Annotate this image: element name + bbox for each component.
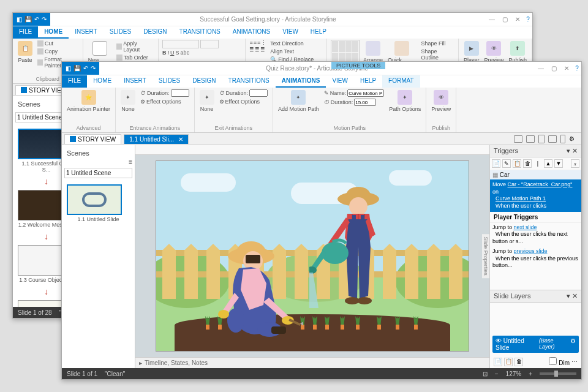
zoom-slider[interactable]: [540, 372, 576, 375]
player-button[interactable]: ▶Player: [462, 40, 481, 64]
tab-order-button[interactable]: Tab Order: [115, 54, 154, 61]
close-button[interactable]: ✕: [511, 14, 524, 25]
tab-design[interactable]: DESIGN: [186, 75, 222, 88]
expand-icon[interactable]: ▸: [139, 360, 142, 366]
apply-layout-button[interactable]: Apply Layout: [115, 40, 154, 53]
device-tablet-portrait-icon[interactable]: [538, 135, 545, 143]
device-tablet-landscape-icon[interactable]: [526, 135, 535, 143]
paste-button[interactable]: 📋Paste: [17, 40, 34, 64]
tab-animations[interactable]: ANIMATIONS: [227, 26, 276, 39]
add-layer-icon[interactable]: 📄: [494, 358, 502, 366]
slide-canvas[interactable]: [156, 161, 469, 351]
animation-painter-button[interactable]: ⭐Animation Painter: [66, 89, 111, 113]
add-trigger-icon[interactable]: 📄: [492, 159, 500, 168]
scene-selector[interactable]: [64, 168, 132, 178]
timeline-bar[interactable]: ▸ Timeline, States, Notes: [135, 357, 489, 368]
minimize-button[interactable]: —: [535, 63, 547, 74]
arrange-button[interactable]: Arrange: [362, 40, 384, 64]
svg-rect-19: [349, 219, 368, 244]
tab-transitions[interactable]: TRANSITIONS: [173, 26, 227, 39]
align-text-button[interactable]: Align Text: [269, 48, 315, 55]
undo-icon[interactable]: ↶: [83, 65, 88, 72]
tab-help[interactable]: HELP: [304, 26, 333, 39]
tab-home[interactable]: HOME: [38, 26, 69, 39]
delete-layer-icon[interactable]: 🗑: [514, 358, 523, 366]
tab-home[interactable]: HOME: [87, 75, 118, 88]
shape-outline-button[interactable]: Shape Outline: [420, 48, 454, 61]
help-icon[interactable]: ?: [573, 65, 581, 72]
undo-icon[interactable]: ↶: [34, 16, 39, 23]
gear-icon[interactable]: ⚙: [569, 135, 578, 143]
path-duration-input[interactable]: [354, 99, 376, 106]
preview-button[interactable]: 👁Preview: [430, 89, 452, 113]
cut-button[interactable]: Cut: [36, 40, 79, 47]
help-icon[interactable]: ?: [524, 16, 532, 23]
trigger-action-selected[interactable]: Move Car - "Racetrack_Car.png" on Curve …: [490, 179, 581, 212]
tab-slides[interactable]: SLIDES: [153, 75, 187, 88]
duplicate-layer-icon[interactable]: 📋: [504, 358, 513, 366]
move-up-icon[interactable]: ▲: [544, 159, 552, 168]
text-direction-button[interactable]: Text Direction: [269, 40, 315, 47]
copy-trigger-icon[interactable]: 📋: [513, 159, 521, 168]
tab-file[interactable]: FILE: [13, 26, 38, 39]
path-options-button[interactable]: ✦Path Options: [388, 89, 422, 113]
exit-none-button[interactable]: ✦None: [198, 89, 216, 113]
slide-properties-tab[interactable]: Slide Properties: [482, 234, 489, 278]
path-name-input[interactable]: [347, 89, 384, 97]
publish-button[interactable]: ⬆Publish: [507, 40, 528, 64]
redo-icon[interactable]: ↷: [42, 16, 47, 23]
delete-trigger-icon[interactable]: 🗑: [523, 159, 532, 168]
save-icon[interactable]: 💾: [74, 65, 81, 72]
copy-button[interactable]: Copy: [36, 48, 79, 55]
maximize-button[interactable]: ▢: [499, 14, 511, 25]
save-icon[interactable]: 💾: [24, 16, 32, 23]
fit-icon[interactable]: ⊡: [483, 371, 488, 377]
edit-trigger-icon[interactable]: ✎: [502, 159, 511, 168]
base-layer-row[interactable]: 👁 Untitled Slide (Base Layer) ⚙: [492, 336, 579, 353]
trigger-object-row[interactable]: ▦ Car: [490, 170, 581, 179]
entrance-duration-input[interactable]: [171, 89, 189, 97]
window-title-front: Quiz Race.story* - Articulate Storyline: [99, 65, 535, 72]
tab-insert[interactable]: INSERT: [118, 75, 153, 88]
slide-tab[interactable]: 1.1 Untitled Sli...✕: [124, 134, 189, 144]
trigger-jump-next[interactable]: Jump to next slide When the user clicks …: [490, 223, 581, 247]
slide-thumb[interactable]: 1.1 Untitled Slide: [67, 184, 130, 222]
dim-checkbox[interactable]: [549, 357, 557, 365]
minimize-button[interactable]: —: [486, 14, 498, 25]
exit-effect-options[interactable]: ⚙Effect Options: [218, 98, 270, 105]
tab-format[interactable]: FORMAT: [382, 75, 420, 88]
layer-menu-icon[interactable]: ⋯: [571, 358, 578, 365]
shapes-gallery[interactable]: [331, 40, 360, 64]
tab-insert[interactable]: INSERT: [69, 26, 104, 39]
move-down-icon[interactable]: ▼: [554, 159, 563, 168]
device-phone-portrait-icon[interactable]: [560, 135, 565, 143]
panel-menu-icon[interactable]: ≡: [129, 159, 132, 165]
layer-settings-icon[interactable]: ⚙: [570, 337, 576, 351]
device-desktop-icon[interactable]: [514, 135, 522, 143]
svg-point-12: [349, 197, 368, 216]
maximize-button[interactable]: ▢: [548, 63, 560, 74]
preview-button[interactable]: 👁Preview: [483, 40, 505, 64]
tab-animations[interactable]: ANIMATIONS: [276, 75, 326, 88]
add-motion-path-button[interactable]: ✦Add Motion Path: [277, 89, 320, 113]
zoom-out-icon[interactable]: −: [495, 371, 499, 377]
redo-icon[interactable]: ↷: [91, 65, 96, 72]
device-phone-landscape-icon[interactable]: [548, 135, 557, 143]
tab-help[interactable]: HELP: [354, 75, 382, 88]
tab-file[interactable]: FILE: [62, 75, 87, 88]
trigger-jump-prev[interactable]: Jump to previous slide When the user cli…: [490, 247, 581, 271]
entrance-effect-options[interactable]: ⚙Effect Options: [139, 98, 190, 105]
shape-fill-button[interactable]: Shape Fill: [420, 40, 454, 47]
tab-design[interactable]: DESIGN: [137, 26, 173, 39]
tab-view[interactable]: VIEW: [276, 26, 304, 39]
zoom-in-icon[interactable]: +: [529, 371, 532, 377]
tab-view[interactable]: VIEW: [326, 75, 354, 88]
svg-point-8: [218, 310, 229, 318]
tab-slides[interactable]: SLIDES: [104, 26, 138, 39]
exit-duration-input[interactable]: [249, 89, 268, 97]
variables-icon[interactable]: 𝑥: [571, 159, 579, 168]
story-view-tab[interactable]: STORY VIEW: [64, 134, 121, 144]
close-button[interactable]: ✕: [560, 63, 573, 74]
entrance-none-button[interactable]: ✦None: [119, 89, 137, 113]
tab-transitions[interactable]: TRANSITIONS: [222, 75, 276, 88]
